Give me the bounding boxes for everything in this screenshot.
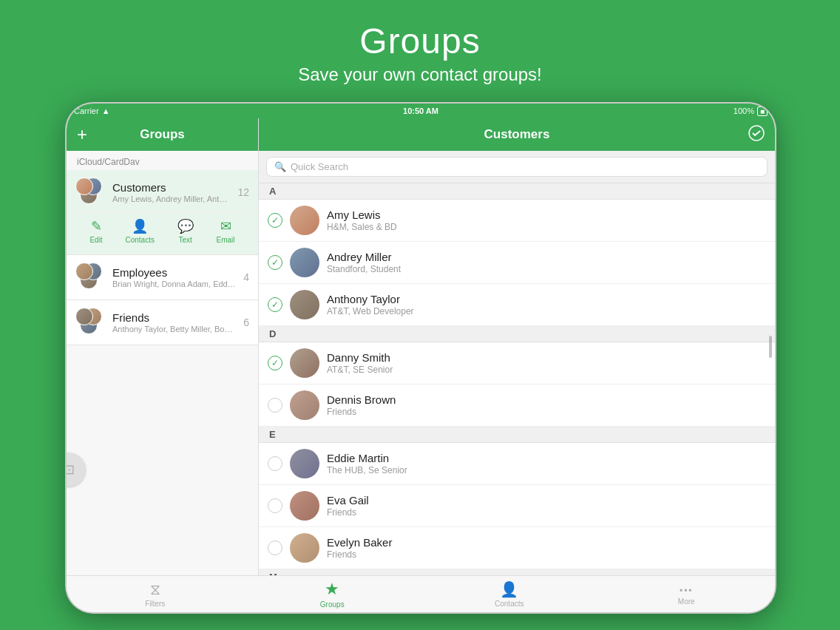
checkbox-andrey-miller[interactable] (268, 255, 282, 270)
group-item-employees[interactable]: Employees Brian Wright, Donna Adam, Eddi… (67, 255, 258, 300)
left-panel-header: + Groups (67, 118, 258, 151)
contact-list: A Amy Lewis H&M, Sales & BD Andr (259, 183, 775, 575)
status-left: Carrier ▲ (74, 106, 110, 115)
section-header-e: E (259, 427, 775, 443)
checkbox-danny-smith[interactable] (268, 356, 282, 370)
page-subtitle: Save your own contact groups! (0, 64, 840, 85)
contact-info-eva-gail: Eva Gail Friends (327, 494, 766, 518)
avatar-dennis-brown (290, 390, 319, 420)
customers-count: 12 (237, 186, 249, 198)
email-button[interactable]: ✉ Email (217, 218, 235, 244)
done-button[interactable] (748, 125, 765, 145)
add-group-button[interactable]: + (77, 126, 87, 143)
employees-name: Employees (112, 266, 236, 279)
contact-item-eva-gail[interactable]: Eva Gail Friends (259, 485, 775, 527)
right-panel-title: Customers (484, 127, 550, 142)
checkbox-eddie-martin[interactable] (268, 456, 282, 471)
contacts-button[interactable]: 👤 Contacts (125, 218, 154, 244)
contact-sub-danny-smith: AT&T, SE Senior (327, 365, 766, 375)
checkbox-dennis-brown[interactable] (268, 398, 282, 413)
edit-icon: ✎ (91, 218, 102, 234)
employees-members: Brian Wright, Donna Adam, Eddie, E... (112, 280, 236, 288)
text-label: Text (179, 236, 192, 244)
section-header-m: M (259, 569, 775, 575)
checkmark-icon (748, 125, 765, 141)
groups-icon: ★ (325, 580, 339, 599)
status-time: 10:50 AM (403, 106, 438, 115)
app-content: + Groups iCloud/CardDav Customers (67, 118, 775, 575)
checkbox-evelyn-baker[interactable] (268, 541, 282, 555)
contact-info-andrey-miller: Andrey Miller Standford, Student (327, 251, 766, 274)
contact-sub-amy-lewis: H&M, Sales & BD (327, 222, 766, 232)
carrier-label: Carrier (74, 106, 99, 115)
contact-name-andrey-miller: Andrey Miller (327, 251, 766, 263)
contact-info-amy-lewis: Amy Lewis H&M, Sales & BD (327, 209, 766, 232)
contact-name-amy-lewis: Amy Lewis (327, 209, 766, 221)
contact-info-evelyn-baker: Evelyn Baker Friends (327, 536, 766, 560)
page-title: Groups (0, 21, 840, 61)
contact-item-dennis-brown[interactable]: Dennis Brown Friends (259, 385, 775, 427)
contact-info-dennis-brown: Dennis Brown Friends (327, 393, 766, 417)
avatar-eva-gail (290, 491, 319, 521)
battery-label: 100% (734, 106, 754, 115)
left-side-button[interactable]: ⊡ (67, 453, 86, 487)
contact-sub-evelyn-baker: Friends (327, 549, 766, 560)
email-icon: ✉ (220, 218, 231, 234)
customers-members: Amy Lewis, Andrey Miller, Anthony Ta... (112, 194, 230, 203)
filters-icon: ⧖ (150, 581, 160, 598)
contact-name-evelyn-baker: Evelyn Baker (327, 536, 766, 549)
icloud-section-label: iCloud/CardDav (67, 151, 258, 170)
tab-bar: ⧖ Filters ★ Groups 👤 Contacts ••• More (67, 575, 775, 612)
status-bar: Carrier ▲ 10:50 AM 100% ■ (67, 104, 775, 118)
email-label: Email (217, 236, 235, 244)
contact-info-danny-smith: Danny Smith AT&T, SE Senior (327, 351, 766, 375)
checkbox-eva-gail[interactable] (268, 498, 282, 513)
avatar-1 (75, 177, 93, 195)
more-label: More (678, 597, 695, 606)
tab-more[interactable]: ••• More (598, 580, 776, 609)
filters-label: Filters (145, 600, 165, 608)
search-placeholder: Quick Search (291, 161, 348, 172)
checkbox-amy-lewis[interactable] (268, 213, 282, 228)
employees-info: Employees Brian Wright, Donna Adam, Eddi… (112, 266, 236, 288)
tab-groups[interactable]: ★ Groups (244, 577, 421, 612)
contact-item-eddie-martin[interactable]: Eddie Martin The HUB, Se Senior (259, 443, 775, 485)
contact-name-dennis-brown: Dennis Brown (327, 393, 766, 406)
status-right: 100% ■ (734, 106, 768, 116)
text-button[interactable]: 💬 Text (177, 218, 194, 244)
checkbox-anthony-taylor[interactable] (268, 297, 282, 312)
groups-panel-title: Groups (140, 127, 184, 142)
contact-item-andrey-miller[interactable]: Andrey Miller Standford, Student (259, 242, 775, 284)
ipad-frame: Carrier ▲ 10:50 AM 100% ■ + Groups iClou… (67, 104, 775, 612)
avatar-danny-smith (290, 348, 319, 378)
tab-contacts[interactable]: 👤 Contacts (421, 578, 598, 611)
contact-name-eva-gail: Eva Gail (327, 494, 766, 507)
customers-actions: ✎ Edit 👤 Contacts 💬 Text ✉ (75, 211, 249, 247)
contact-item-danny-smith[interactable]: Danny Smith AT&T, SE Senior (259, 342, 775, 385)
battery-icon: ■ (757, 106, 768, 116)
scroll-indicator (769, 336, 772, 358)
page-header: Groups Save your own contact groups! (0, 0, 840, 100)
contact-info-eddie-martin: Eddie Martin The HUB, Se Senior (327, 452, 766, 475)
avatar-evelyn-baker (290, 533, 319, 563)
contact-item-anthony-taylor[interactable]: Anthony Taylor AT&T, Web Developer (259, 284, 775, 326)
text-icon: 💬 (177, 218, 194, 234)
left-side-icon: ⊡ (67, 461, 75, 478)
search-input[interactable]: 🔍 Quick Search (266, 157, 768, 177)
group-item-friends[interactable]: Friends Anthony Taylor, Betty Miller, Bo… (67, 300, 258, 345)
customers-avatar-stack (75, 177, 105, 207)
contact-info-anthony-taylor: Anthony Taylor AT&T, Web Developer (327, 293, 766, 316)
contact-name-eddie-martin: Eddie Martin (327, 452, 766, 464)
contacts-tab-icon: 👤 (500, 580, 518, 598)
contact-item-evelyn-baker[interactable]: Evelyn Baker Friends (259, 527, 775, 569)
group-item-customers[interactable]: Customers Amy Lewis, Andrey Miller, Anth… (67, 170, 258, 255)
contact-sub-anthony-taylor: AT&T, Web Developer (327, 306, 766, 316)
customers-name: Customers (112, 181, 230, 194)
emp-avatar-1 (75, 262, 93, 280)
contact-item-amy-lewis[interactable]: Amy Lewis H&M, Sales & BD (259, 200, 775, 242)
fri-avatar-1 (75, 308, 93, 325)
edit-button[interactable]: ✎ Edit (89, 218, 102, 244)
friends-members: Anthony Taylor, Betty Miller, Bob, Bria.… (112, 325, 236, 333)
search-icon: 🔍 (274, 161, 286, 172)
tab-filters[interactable]: ⧖ Filters (67, 578, 244, 611)
